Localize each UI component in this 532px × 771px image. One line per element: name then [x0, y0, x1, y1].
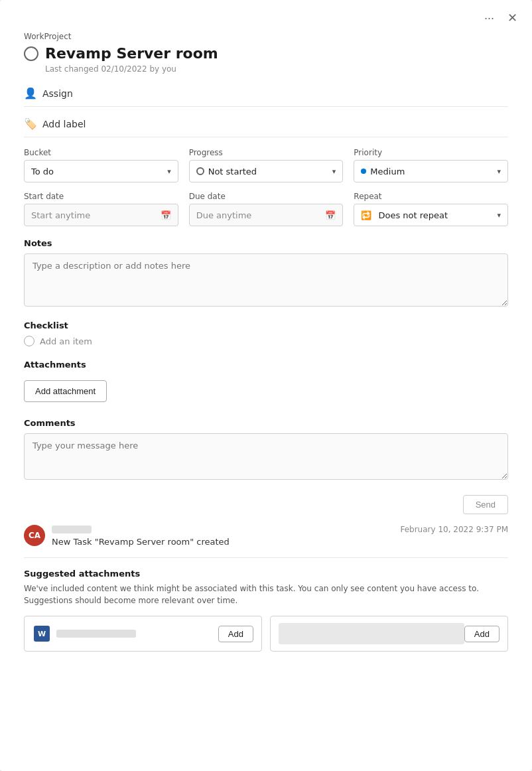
priority-chevron-icon: ▾: [497, 167, 501, 176]
repeat-label: Repeat: [354, 192, 508, 201]
card-1-left: W: [33, 624, 218, 643]
due-date-placeholder: Due anytime: [196, 210, 252, 220]
card-2-left: [279, 623, 464, 644]
repeat-cycle-icon: 🔁: [361, 210, 371, 220]
notes-section-title: Notes: [24, 238, 508, 248]
assign-label: Assign: [42, 88, 73, 99]
due-date-field: Due date Due anytime 📅: [189, 192, 344, 226]
card-1-add-button[interactable]: Add: [218, 626, 253, 642]
progress-select[interactable]: Not started ▾: [189, 160, 344, 182]
comment-timestamp: February 10, 2022 9:37 PM: [400, 525, 508, 534]
last-changed-text: Last changed 02/10/2022 by you: [24, 64, 508, 74]
suggested-section: Suggested attachments We've included con…: [24, 569, 508, 652]
card-2-add-button[interactable]: Add: [464, 626, 499, 642]
word-file-icon: W: [33, 624, 51, 643]
send-row: Send: [24, 495, 508, 514]
attachments-section-title: Attachments: [24, 360, 508, 370]
priority-field: Priority Medium ▾: [354, 148, 508, 182]
attachments-section: Attachments Add attachment: [24, 360, 508, 402]
avatar: CA: [24, 525, 45, 546]
notes-textarea[interactable]: [24, 253, 508, 307]
add-label-label: Add label: [42, 119, 86, 129]
priority-dot-icon: [361, 169, 366, 174]
task-content: WorkProject Revamp Server room Last chan…: [0, 27, 532, 667]
progress-circle-icon: [196, 167, 204, 175]
checklist-section-title: Checklist: [24, 320, 508, 330]
card-1-name-block: [56, 630, 218, 638]
repeat-select[interactable]: 🔁 Does not repeat ▾: [354, 204, 508, 226]
comment-author-block: [52, 526, 92, 533]
assign-row[interactable]: 👤 Assign: [24, 87, 508, 100]
due-date-select[interactable]: Due anytime 📅: [189, 204, 344, 226]
progress-field: Progress Not started ▾: [189, 148, 344, 182]
bucket-field: Bucket To do ▾: [24, 148, 178, 182]
divider-2: [24, 137, 508, 137]
comment-body: February 10, 2022 9:37 PM New Task "Reva…: [52, 525, 508, 547]
suggested-card-2: Add: [270, 616, 508, 652]
calendar-icon-due: 📅: [325, 210, 336, 220]
repeat-value: Does not repeat: [378, 210, 448, 220]
comments-section: Comments: [24, 418, 508, 482]
comments-textarea[interactable]: [24, 433, 508, 480]
start-date-field: Start date Start anytime 📅: [24, 192, 178, 226]
checklist-add-item[interactable]: Add an item: [24, 336, 508, 346]
card-1-name-bar: [56, 630, 136, 638]
calendar-icon-start: 📅: [161, 210, 171, 220]
more-options-button[interactable]: ···: [480, 9, 498, 27]
progress-label: Progress: [189, 148, 344, 157]
priority-label: Priority: [354, 148, 508, 157]
progress-value: Not started: [208, 167, 257, 176]
bucket-select[interactable]: To do ▾: [24, 160, 178, 182]
word-icon: W: [34, 626, 50, 642]
close-button[interactable]: ✕: [503, 9, 521, 27]
priority-value-wrapper: Medium: [361, 167, 405, 176]
divider-3: [24, 557, 508, 558]
task-title: Revamp Server room: [45, 45, 218, 62]
comments-section-title: Comments: [24, 418, 508, 428]
repeat-field: Repeat 🔁 Does not repeat ▾: [354, 192, 508, 226]
bucket-chevron-icon: ▾: [167, 167, 171, 176]
task-title-row: Revamp Server room: [24, 45, 508, 62]
task-complete-circle[interactable]: [24, 46, 38, 61]
add-label-row[interactable]: 🏷️ Add label: [24, 117, 508, 130]
priority-select[interactable]: Medium ▾: [354, 160, 508, 182]
comment-entry: CA February 10, 2022 9:37 PM New Task "R…: [24, 525, 508, 547]
card-2-placeholder: [279, 623, 464, 644]
repeat-value-wrapper: 🔁 Does not repeat: [361, 210, 448, 220]
checklist-section: Checklist Add an item: [24, 320, 508, 346]
comment-author-name-bar: [52, 526, 92, 533]
comment-header: February 10, 2022 9:37 PM: [52, 525, 508, 534]
fields-grid: Bucket To do ▾ Progress Not started ▾: [24, 148, 508, 226]
progress-value-wrapper: Not started: [196, 167, 257, 176]
add-attachment-button[interactable]: Add attachment: [24, 380, 107, 402]
assign-icon: 👤: [24, 87, 37, 100]
repeat-chevron-icon: ▾: [497, 211, 501, 220]
due-date-label: Due date: [189, 192, 344, 201]
checklist-add-text: Add an item: [40, 336, 92, 346]
divider-1: [24, 106, 508, 107]
bucket-value: To do: [31, 167, 54, 176]
bucket-label: Bucket: [24, 148, 178, 157]
checklist-circle-icon: [24, 336, 34, 346]
start-date-placeholder: Start anytime: [31, 210, 90, 220]
suggested-desc: We've included content we think might be…: [24, 583, 508, 606]
start-date-select[interactable]: Start anytime 📅: [24, 204, 178, 226]
task-panel: ··· ✕ WorkProject Revamp Server room Las…: [0, 0, 532, 771]
suggested-cards: W Add Add: [24, 616, 508, 652]
start-date-label: Start date: [24, 192, 178, 201]
priority-value: Medium: [370, 167, 405, 176]
panel-header: ··· ✕: [0, 0, 532, 27]
send-button[interactable]: Send: [463, 495, 508, 514]
suggested-title: Suggested attachments: [24, 569, 508, 579]
workspace-name: WorkProject: [24, 32, 508, 41]
comment-text: New Task "Revamp Server room" created: [52, 537, 508, 547]
progress-chevron-icon: ▾: [332, 167, 336, 176]
suggested-card-1: W Add: [24, 616, 262, 652]
label-icon: 🏷️: [24, 117, 37, 130]
